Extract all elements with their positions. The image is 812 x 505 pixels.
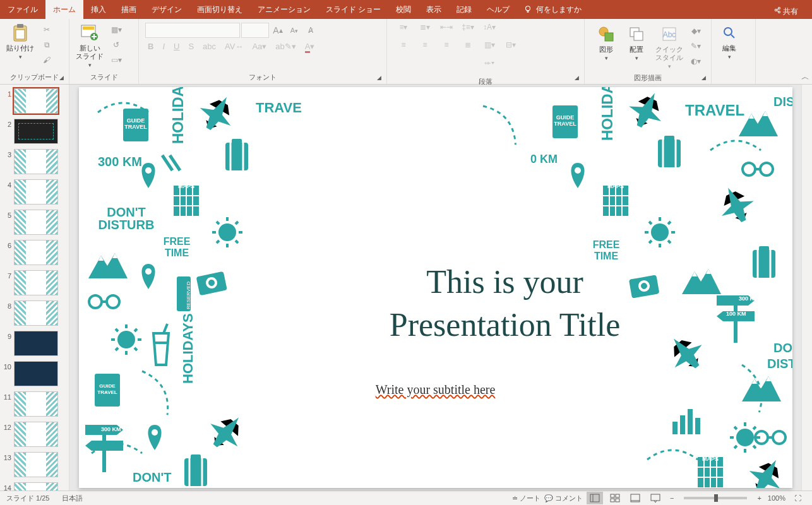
align-center-button[interactable]: ≡ bbox=[416, 40, 434, 49]
find-button[interactable]: 編集 ▾ bbox=[715, 21, 743, 61]
thumbnail-item[interactable]: 1 bbox=[3, 88, 69, 114]
slide-canvas[interactable]: GUIDETRAVEL HOLIDAY TRAVE 300 KM MAPS DO… bbox=[69, 85, 801, 490]
slide-thumbnails-panel[interactable]: 123456789101112131415 bbox=[0, 85, 69, 490]
thumbnail-preview[interactable] bbox=[14, 88, 58, 114]
thumbnail-preview[interactable] bbox=[14, 119, 58, 144]
thumbnail-item[interactable]: 14 bbox=[3, 482, 69, 490]
thumbnail-item[interactable]: 11 bbox=[3, 391, 69, 417]
thumbnail-preview[interactable] bbox=[14, 331, 58, 356]
justify-button[interactable]: ≣ bbox=[459, 40, 477, 49]
format-painter-button[interactable]: 🖌 bbox=[39, 53, 54, 67]
change-case-button[interactable]: Aa▾ bbox=[252, 42, 266, 51]
shape-effects-button[interactable]: ◐▾ bbox=[688, 54, 703, 68]
language-indicator[interactable]: 日本語 bbox=[62, 494, 83, 503]
normal-view-button[interactable] bbox=[587, 492, 603, 504]
quick-styles-button[interactable]: Abc クイック スタイル ▾ bbox=[653, 23, 686, 71]
highlight-button[interactable]: ab✎▾ bbox=[275, 42, 296, 51]
shape-outline-button[interactable]: ✎▾ bbox=[688, 39, 703, 53]
clear-formatting-button[interactable]: A̷ bbox=[303, 23, 318, 37]
thumbnail-preview[interactable] bbox=[14, 391, 58, 417]
zoom-level[interactable]: 100% bbox=[768, 494, 785, 502]
slideshow-view-button[interactable] bbox=[647, 492, 664, 504]
thumbnail-item[interactable]: 12 bbox=[3, 422, 69, 447]
font-size-combo[interactable] bbox=[241, 23, 269, 38]
paragraph-launcher[interactable]: ◢ bbox=[575, 74, 582, 82]
thumbnail-item[interactable]: 10 bbox=[3, 361, 69, 386]
clipboard-launcher[interactable]: ◢ bbox=[59, 74, 67, 82]
tab-draw[interactable]: 描画 bbox=[114, 0, 144, 19]
fit-to-window-button[interactable]: ⛶ bbox=[789, 492, 806, 504]
shadow-button[interactable]: abc bbox=[203, 42, 216, 51]
thumbnail-item[interactable]: 3 bbox=[3, 149, 69, 174]
thumbnail-item[interactable]: 9 bbox=[3, 331, 69, 356]
align-text-button[interactable]: ⊟▾ bbox=[502, 40, 520, 49]
font-launcher[interactable]: ◢ bbox=[377, 74, 385, 82]
tab-record[interactable]: 記録 bbox=[449, 0, 479, 19]
tell-me-search[interactable]: 何をしますか bbox=[517, 0, 588, 19]
tab-slideshow[interactable]: スライド ショー bbox=[318, 0, 388, 19]
thumbnail-preview[interactable] bbox=[14, 361, 58, 386]
tab-design[interactable]: デザイン bbox=[144, 0, 189, 19]
thumbnail-item[interactable]: 7 bbox=[3, 270, 69, 295]
arrange-button[interactable]: 配置 ▾ bbox=[623, 23, 650, 62]
tab-home[interactable]: ホーム bbox=[45, 0, 83, 19]
thumbnail-item[interactable]: 2 bbox=[3, 119, 69, 144]
list-level-button[interactable]: ⇤⇥ bbox=[438, 23, 455, 32]
zoom-in-button[interactable]: + bbox=[755, 494, 763, 502]
shrink-font-button[interactable]: A▾ bbox=[287, 23, 302, 37]
strikethrough-button[interactable]: S bbox=[188, 42, 194, 51]
tab-review[interactable]: 校閲 bbox=[388, 0, 419, 19]
thumbnail-preview[interactable] bbox=[14, 422, 58, 447]
thumbnail-preview[interactable] bbox=[14, 240, 58, 265]
reset-button[interactable]: ↺ bbox=[109, 38, 124, 52]
underline-button[interactable]: U bbox=[174, 42, 179, 51]
numbering-button[interactable]: ≣▾ bbox=[416, 23, 434, 32]
zoom-slider[interactable] bbox=[684, 497, 747, 499]
slide-subtitle-placeholder[interactable]: Write your subtitle here bbox=[79, 383, 792, 397]
thumbnail-preview[interactable] bbox=[14, 300, 58, 326]
layout-button[interactable]: ▦▾ bbox=[109, 23, 124, 37]
paste-button[interactable]: 貼り付け ▾ bbox=[4, 21, 37, 61]
new-slide-button[interactable]: 新しい スライド ▾ bbox=[73, 21, 106, 69]
columns-button[interactable]: ▥▾ bbox=[481, 40, 498, 49]
char-spacing-button[interactable]: AV↔ bbox=[225, 42, 243, 51]
align-left-button[interactable]: ≡ bbox=[395, 40, 412, 49]
thumbnail-preview[interactable] bbox=[14, 482, 58, 490]
slide-counter[interactable]: スライド 1/25 bbox=[6, 494, 49, 503]
thumbnail-preview[interactable] bbox=[14, 452, 58, 477]
font-family-combo[interactable] bbox=[145, 23, 240, 38]
zoom-out-button[interactable]: − bbox=[667, 494, 676, 502]
font-color-button[interactable]: A▾ bbox=[305, 42, 315, 51]
tab-help[interactable]: ヘルプ bbox=[479, 0, 517, 19]
shapes-button[interactable]: 図形 ▾ bbox=[592, 23, 620, 62]
slide[interactable]: GUIDETRAVEL HOLIDAY TRAVE 300 KM MAPS DO… bbox=[79, 87, 792, 488]
zoom-slider-thumb[interactable] bbox=[714, 494, 718, 502]
tab-animations[interactable]: アニメーション bbox=[250, 0, 318, 19]
thumbnail-item[interactable]: 13 bbox=[3, 452, 69, 477]
align-right-button[interactable]: ≡ bbox=[438, 40, 455, 49]
thumbnail-preview[interactable] bbox=[14, 179, 58, 205]
vertical-scrollbar[interactable] bbox=[801, 85, 812, 490]
notes-button[interactable]: ≐ ノート bbox=[512, 494, 540, 503]
reading-view-button[interactable] bbox=[627, 492, 643, 504]
thumbnail-preview[interactable] bbox=[14, 270, 58, 295]
italic-button[interactable]: I bbox=[162, 42, 165, 51]
tab-transitions[interactable]: 画面切り替え bbox=[189, 0, 250, 19]
bold-button[interactable]: B bbox=[148, 42, 153, 51]
thumbnail-item[interactable]: 4 bbox=[3, 179, 69, 205]
slide-sorter-view-button[interactable] bbox=[607, 492, 623, 504]
comments-button[interactable]: 💬 コメント bbox=[544, 494, 583, 503]
grow-font-button[interactable]: A▴ bbox=[270, 23, 285, 37]
text-direction-button[interactable]: ↕A▾ bbox=[481, 23, 498, 32]
section-button[interactable]: ▭▾ bbox=[109, 53, 124, 67]
copy-button[interactable]: ⧉ bbox=[39, 38, 54, 52]
cut-button[interactable]: ✂ bbox=[39, 23, 54, 37]
bullets-button[interactable]: ≡▾ bbox=[395, 23, 412, 32]
share-button[interactable]: 共有 bbox=[766, 3, 806, 17]
line-spacing-button[interactable]: ‡≡▾ bbox=[459, 23, 477, 32]
thumbnail-preview[interactable] bbox=[14, 149, 58, 174]
tab-file[interactable]: ファイル bbox=[0, 0, 45, 19]
convert-smartart-button[interactable]: ⬰▾ bbox=[481, 58, 498, 67]
tab-insert[interactable]: 挿入 bbox=[83, 0, 114, 19]
thumbnail-item[interactable]: 8 bbox=[3, 300, 69, 326]
